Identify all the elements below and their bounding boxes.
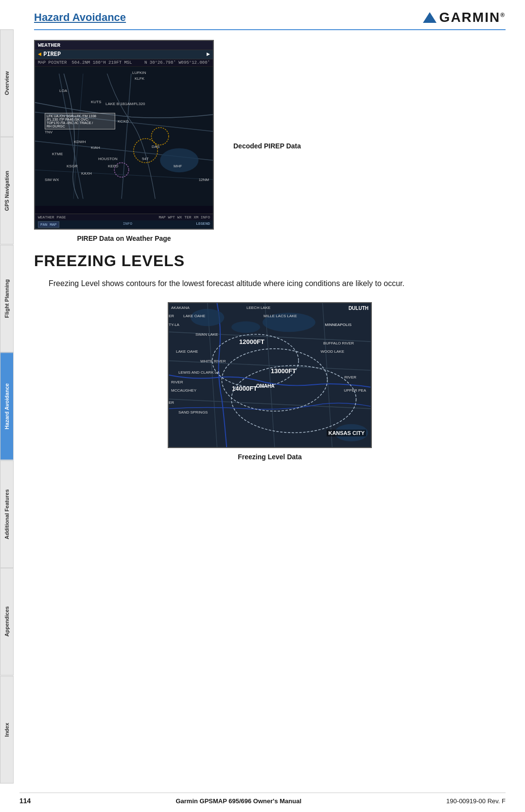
das-label: DAS: [152, 144, 159, 149]
swan-lake-label: SWAN LAKE: [195, 332, 218, 337]
minneapolis-label: MINNEAPOLIS: [325, 323, 351, 327]
pirep-data-box: LFK UA /OV SGR-LFK /TM 1338/FL 230 /TP P…: [45, 113, 115, 129]
svg-point-7: [160, 148, 198, 172]
garmin-logo: GARMIN®: [423, 10, 506, 25]
kiah-label: KIAH: [91, 145, 100, 150]
page-footer: 114 Garmin GPSMAP 695/696 Owner's Manual…: [19, 793, 506, 805]
tnv-label: TNV: [45, 130, 52, 134]
wood-lake-label: WOOD LAKE: [321, 349, 344, 354]
map-pointer-row: MAP POINTER 504.2NM 180°H 219FT MSL N 30…: [35, 59, 213, 67]
buffalo-river-label: BUFFALO RIVER: [323, 341, 354, 345]
map-wpt-label: MAP WPT WX TER XM INFO: [158, 215, 210, 219]
lufkin-label: LUFKIN: [132, 71, 146, 75]
loa-label: LOA: [59, 89, 67, 93]
54t-label: 54T: [142, 157, 149, 161]
legend-label: LEGEND: [196, 221, 210, 228]
map-roads-svg: [35, 67, 213, 206]
sidebar-item-additional-features[interactable]: Additional Features: [0, 460, 14, 568]
r-river-label: RIVER: [345, 375, 356, 379]
map-body: LUFKIN KLFK LOA KUTS LAKE B:1B1AM/FL320 …: [35, 67, 213, 206]
kuts-label: KUTS: [91, 100, 101, 104]
garmin-triangle-icon: [423, 12, 437, 23]
lake-oahe-label: LAKE OAHE: [183, 314, 205, 318]
omaha-label: OMAHA: [256, 383, 275, 389]
kdwh-label: KDWH: [74, 140, 86, 144]
pirep-weather-screenshot: WEATHER ◄ PIREP ► MAP POINTER 504.2NM 18…: [34, 40, 214, 242]
map-pointer-label: MAP POINTER: [38, 60, 67, 65]
trademark-symbol: ®: [500, 12, 506, 18]
12000ft-label: 12000FT: [239, 338, 264, 345]
sim-wx-label: SIM WX: [45, 178, 59, 182]
ktme-label: KTME: [52, 152, 63, 156]
main-content: Hazard Avoidance GARMIN® WEATHER ◄ PIREP…: [19, 0, 525, 812]
decoded-pirep-container: Decoded PIREP Data: [233, 40, 301, 150]
footer-row2: PAN MAP INFO LEGEND: [35, 220, 213, 229]
freezing-levels-title: FREEZING LEVELS: [34, 252, 506, 270]
screenshots-row: WEATHER ◄ PIREP ► MAP POINTER 504.2NM 18…: [34, 40, 506, 242]
ty-la-label: TY-LA: [169, 323, 179, 327]
ksgr-label: KSGR: [67, 164, 78, 168]
leech-lake-label: LEECH LAKE: [246, 306, 270, 310]
page-number: 114: [19, 797, 31, 805]
14000ft-label: 14000FT: [232, 385, 257, 392]
pirep-arrow-right-icon: ►: [207, 51, 210, 58]
er1-label: ER: [169, 314, 174, 318]
akakana-label: AKAKANA: [171, 306, 190, 310]
mille-lacs-label: MILLE LACS LAKE: [263, 314, 297, 318]
sidebar-item-index[interactable]: Index: [0, 676, 14, 783]
sidebar-item-appendices[interactable]: Appendices: [0, 568, 14, 675]
mccaughey-label: MCCAUGHEY: [171, 388, 196, 393]
freezing-section: FREEZING LEVELS Freezing Level shows con…: [34, 252, 506, 461]
mhf-label: MHF: [174, 164, 182, 168]
lake-oahe2-label: LAKE OAHE: [176, 349, 198, 354]
map-lat-lon: N 30°26.798' W095°12.000': [144, 60, 210, 65]
sidebar-item-gps-navigation[interactable]: GPS Navigation: [0, 137, 14, 244]
map-coords: 504.2NM 180°H 219FT MSL: [71, 60, 132, 65]
houston-label: HOUSTON: [98, 157, 118, 161]
page-header: Hazard Avoidance GARMIN®: [34, 10, 506, 30]
sidebar: Overview GPS Navigation Flight Planning …: [0, 29, 14, 783]
sand-springs-label: SAND SPRINGS: [178, 410, 208, 415]
freezing-level-map: AKAKANA LEECH LAKE DULUTH ER LAKE OAHE M…: [168, 302, 372, 448]
white-river-label: WHITE RIVER: [200, 359, 226, 363]
duluth-label: DULUTH: [349, 306, 368, 311]
manual-title: Garmin GPSMAP 695/696 Owner's Manual: [175, 797, 301, 805]
pan-map-button[interactable]: PAN MAP: [38, 221, 59, 228]
page-title: Hazard Avoidance: [34, 11, 126, 24]
sidebar-item-hazard-avoidance[interactable]: Hazard Avoidance: [0, 352, 14, 460]
pirep-weather-caption: PIREP Data on Weather Page: [77, 235, 171, 242]
lake-label: LAKE B:1B1AM/FL320: [105, 102, 145, 106]
kefd-label: KEFD: [108, 164, 118, 168]
pirep-label-text: PIREP: [43, 51, 205, 58]
weather-footer: WEATHER PAGE MAP WPT WX TER XM INFO PAN …: [35, 214, 213, 229]
sidebar-item-flight-planning[interactable]: Flight Planning: [0, 245, 14, 352]
weather-screen: WEATHER ◄ PIREP ► MAP POINTER 504.2NM 18…: [34, 40, 214, 230]
decoded-pirep-caption: Decoded PIREP Data: [233, 142, 301, 150]
freezing-description: Freezing Level shows contours for the lo…: [34, 277, 506, 290]
sidebar-item-overview[interactable]: Overview: [0, 29, 14, 137]
weather-page-label: WEATHER PAGE: [38, 215, 66, 219]
lewis-clark-label: LEWIS AND CLARK LA: [178, 370, 219, 375]
freezing-map-caption: Freezing Level Data: [238, 453, 302, 461]
weather-screen-label: WEATHER: [38, 42, 60, 48]
pirep-row: ◄ PIREP ►: [35, 50, 213, 59]
weather-header-bar: WEATHER: [35, 41, 213, 50]
pirep-arrow-left-icon: ◄: [38, 51, 41, 58]
info-label: INFO: [61, 221, 194, 228]
kaxh-label: KAXH: [81, 171, 92, 176]
garmin-logo-text: GARMIN®: [439, 10, 506, 25]
upper-pea-label: UPPER PEA: [344, 388, 366, 393]
12nm-label: 12NM: [199, 178, 209, 182]
freezing-map-container: AKAKANA LEECH LAKE DULUTH ER LAKE OAHE M…: [34, 302, 506, 461]
13000ft-label: 13000FT: [271, 367, 296, 375]
kansas-city-label: KANSAS CITY: [327, 430, 366, 436]
svg-point-23: [231, 321, 260, 333]
revision-number: 190-00919-00 Rev. F: [446, 797, 506, 805]
klfk-label: KLFK: [135, 76, 144, 81]
footer-row1: WEATHER PAGE MAP WPT WX TER XM INFO: [35, 214, 213, 220]
kcxo-label: KCXO: [118, 119, 129, 124]
river-label: RIVER: [171, 380, 183, 384]
er2-label: ER: [169, 400, 174, 405]
